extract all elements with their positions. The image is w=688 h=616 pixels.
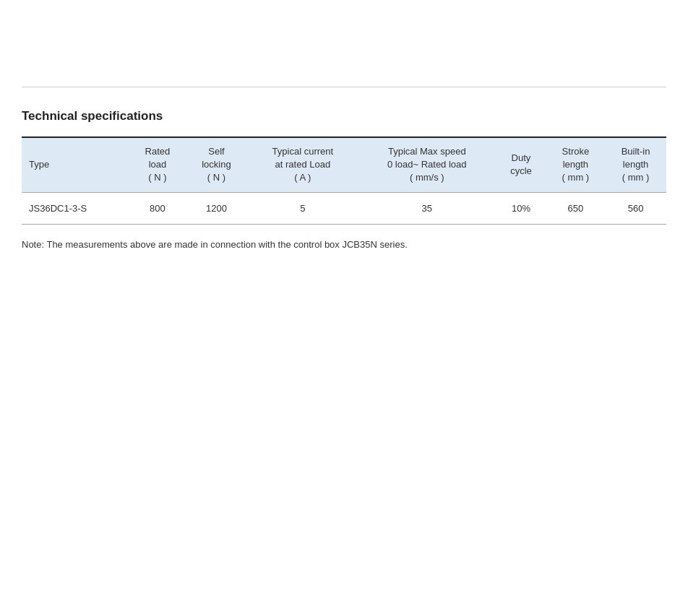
header-duty-cycle: Dutycycle xyxy=(496,137,546,192)
cell-rated-load: 800 xyxy=(129,192,185,224)
table-body: JS36DC1-3-S 800 1200 5 35 10% 650 560 xyxy=(22,192,666,224)
header-stroke-length: Strokelength( mm ) xyxy=(546,137,606,192)
section-title: Technical specifications xyxy=(22,109,666,123)
specs-table: Type Ratedload( N ) Selflocking( N ) Typ… xyxy=(22,136,666,225)
cell-duty-cycle: 10% xyxy=(496,192,546,224)
header-self-locking: Selflocking( N ) xyxy=(186,137,248,192)
header-type: Type xyxy=(22,137,129,192)
note-text: Note: The measurements above are made in… xyxy=(22,238,666,252)
header-builtin-length: Built-inlength( mm ) xyxy=(605,137,666,192)
table-row: JS36DC1-3-S 800 1200 5 35 10% 650 560 xyxy=(22,192,666,224)
header-typical-current: Typical currentat rated Load( A ) xyxy=(247,137,358,192)
header-rated-load: Ratedload( N ) xyxy=(129,137,185,192)
header-typical-max-speed: Typical Max speed0 load~ Rated load( mm/… xyxy=(358,137,496,192)
cell-type: JS36DC1-3-S xyxy=(22,192,129,224)
cell-builtin-length: 560 xyxy=(605,192,666,224)
content-area: Technical specifications Type Ratedload(… xyxy=(0,87,688,251)
table-header: Type Ratedload( N ) Selflocking( N ) Typ… xyxy=(22,137,666,192)
cell-typical-max-speed: 35 xyxy=(358,192,496,224)
cell-stroke-length: 650 xyxy=(546,192,606,224)
header-row: Type Ratedload( N ) Selflocking( N ) Typ… xyxy=(22,137,666,192)
page-container: Technical specifications Type Ratedload(… xyxy=(0,87,688,616)
cell-typical-current: 5 xyxy=(247,192,358,224)
cell-self-locking: 1200 xyxy=(186,192,248,224)
